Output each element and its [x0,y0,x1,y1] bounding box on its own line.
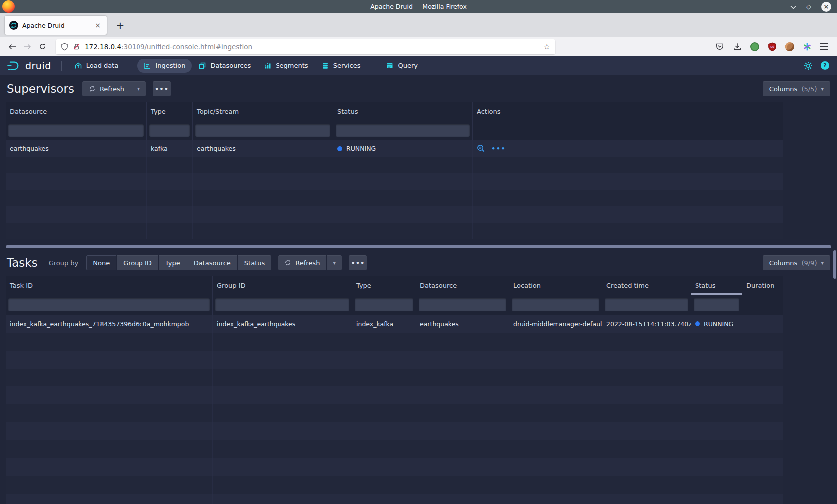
forward-icon[interactable] [20,39,35,54]
column-header-type[interactable]: Type [147,102,193,121]
horizontal-scrollbar[interactable] [6,245,831,248]
gear-icon[interactable] [804,61,813,70]
multi-account-containers-icon[interactable] [803,42,812,51]
extension-privacy-icon[interactable] [750,42,759,51]
nav-item-label: Services [333,62,361,69]
filter-topic-input[interactable] [195,124,330,137]
view-details-magnifier-icon[interactable] [477,144,485,153]
filter-task-id-input[interactable] [8,298,210,311]
column-header-topic-stream[interactable]: Topic/Stream [193,102,333,121]
supervisors-table: Datasource Type Topic/Stream Status Acti… [6,102,783,239]
refresh-label: Refresh [100,85,124,93]
more-icon: ••• [155,85,169,93]
window-minimize-icon[interactable] [790,2,796,11]
nav-item-label: Ingestion [155,62,185,69]
column-header-status[interactable]: Status [333,102,473,121]
nav-item-load-data[interactable]: Load data [68,59,125,73]
lock-insecure-icon[interactable] [73,43,80,51]
row-actions-more-icon[interactable]: ••• [491,145,506,152]
nav-divider [61,61,62,71]
column-header-datasource[interactable]: Datasource [6,102,147,121]
column-header-datasource[interactable]: Datasource [416,276,509,295]
tasks-refresh-button[interactable]: Refresh [278,255,326,270]
supervisors-refresh-button[interactable]: Refresh [82,81,131,96]
tasks-columns-button[interactable]: Columns (9/9) ▾ [763,255,830,270]
column-header-actions[interactable]: Actions [473,102,783,121]
menu-icon[interactable] [820,43,828,50]
reload-icon[interactable] [35,39,50,54]
supervisors-header: Supervisors Refresh ▾ ••• Columns (5/5) … [0,75,837,102]
back-icon[interactable] [5,39,20,54]
ublock-origin-icon[interactable]: U0 [768,42,777,51]
url-bar[interactable]: 172.18.0.4:30109/unified-console.html#in… [56,39,555,54]
group-by-button-group: None Group ID Type Datasource Status [86,255,271,270]
druid-logo-icon [7,60,22,71]
tasks-table-header: Task ID Group ID Type Datasource Locatio… [6,276,783,295]
group-by-datasource-button[interactable]: Datasource [187,255,237,270]
window-close-icon[interactable]: × [821,2,831,12]
services-icon [321,62,329,70]
bookmark-star-icon[interactable]: ☆ [544,42,550,51]
datasources-icon [198,62,206,70]
supervisors-columns-button[interactable]: Columns (5/5) ▾ [763,81,830,96]
tasks-title: Tasks [7,256,38,269]
nav-item-query[interactable]: Query [379,59,424,73]
tasks-refresh-caret-button[interactable]: ▾ [327,255,342,270]
column-header-type[interactable]: Type [352,276,416,295]
column-header-duration[interactable]: Duration [742,276,783,295]
url-host: 172.18.0.4 [85,43,121,51]
filter-status-input[interactable] [694,298,739,311]
group-by-group-id-button[interactable]: Group ID [117,255,158,270]
nav-item-datasources[interactable]: Datasources [192,59,257,73]
browser-tab-apache-druid[interactable]: Apache Druid × [5,16,107,35]
table-row-empty [6,190,783,206]
columns-label: Columns [769,259,798,267]
druid-logo[interactable]: druid [7,60,51,71]
cookie-icon[interactable] [785,42,794,51]
supervisors-filter-row [6,121,783,140]
group-by-type-button[interactable]: Type [159,255,187,270]
nav-item-segments[interactable]: Segments [257,59,314,73]
table-row-empty [6,476,783,494]
tab-close-icon[interactable]: × [93,21,102,29]
load-data-icon [74,62,82,70]
group-by-none-button[interactable]: None [86,255,116,270]
vertical-scrollbar[interactable] [833,250,836,279]
supervisors-refresh-caret-button[interactable]: ▾ [131,81,146,96]
window-titlebar: Apache Druid — Mozilla Firefox ◇ × [0,0,837,13]
window-maximize-icon[interactable]: ◇ [806,3,811,10]
nav-item-ingestion[interactable]: Ingestion [137,59,192,73]
download-icon[interactable] [733,42,742,51]
task-type: index_kafka [352,315,416,333]
pocket-icon[interactable] [715,42,724,51]
druid-navbar: druid Load data Ingestion Datasources [0,56,837,75]
supervisors-more-button[interactable]: ••• [153,81,171,96]
segments-icon [264,62,272,70]
filter-datasource-input[interactable] [418,298,506,311]
filter-status-input[interactable] [336,124,470,137]
column-header-created-time[interactable]: Created time [602,276,691,295]
filter-location-input[interactable] [512,298,599,311]
column-header-task-id[interactable]: Task ID [6,276,213,295]
tasks-more-button[interactable]: ••• [349,255,367,270]
group-by-status-button[interactable]: Status [238,255,271,270]
help-icon[interactable]: ? [821,61,829,70]
table-row-empty [6,494,783,504]
filter-group-id-input[interactable] [215,298,349,311]
filter-type-input[interactable] [355,298,413,311]
tab-title: Apache Druid [22,22,93,29]
table-row-empty [6,404,783,422]
table-row-empty [6,369,783,386]
nav-item-services[interactable]: Services [315,59,367,73]
status-label: RUNNING [704,320,733,328]
filter-created-time-input[interactable] [605,298,688,311]
column-header-group-id[interactable]: Group ID [213,276,352,295]
shield-icon[interactable] [61,43,68,51]
column-header-status-sorted[interactable]: Status [691,276,742,295]
filter-datasource-input[interactable] [8,124,144,137]
filter-type-input[interactable] [149,124,190,137]
new-tab-button[interactable]: + [113,18,128,33]
nav-divider [131,61,131,71]
browser-tab-bar: Apache Druid × + [0,13,837,37]
column-header-location[interactable]: Location [509,276,602,295]
